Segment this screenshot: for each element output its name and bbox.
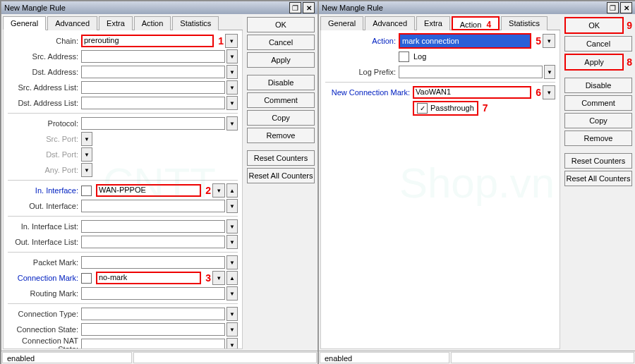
titlebar: New Mangle Rule ❐ ✕ [1, 1, 318, 14]
in-if-list-input[interactable] [81, 220, 225, 233]
disable-button[interactable]: Disable [247, 75, 315, 90]
tab-action[interactable]: Action 4 [452, 16, 500, 30]
tab-general[interactable]: General [3, 16, 46, 30]
label-src-port: Src. Port: [8, 135, 81, 143]
maximize-icon[interactable]: ❐ [607, 2, 619, 13]
callout-2: 2 [202, 185, 211, 196]
label-routing-mark: Routing Mark: [8, 289, 81, 298]
expand-icon[interactable]: ▼ [81, 132, 92, 146]
tab-action[interactable]: Action [134, 16, 171, 30]
ok-button[interactable]: OK [564, 17, 624, 34]
apply-button[interactable]: Apply [564, 54, 624, 71]
cancel-button[interactable]: Cancel [247, 35, 315, 50]
expand-icon[interactable]: ▼ [226, 338, 238, 349]
close-icon[interactable]: ✕ [303, 2, 315, 13]
connection-mark-input[interactable]: no-mark [96, 272, 201, 284]
label-out-if-list: Out. Interface List: [8, 238, 81, 246]
dst-addr-list-input[interactable] [81, 97, 225, 109]
maximize-icon[interactable]: ❐ [289, 2, 301, 13]
expand-icon[interactable]: ▼ [226, 219, 238, 233]
ok-button[interactable]: OK [247, 17, 315, 32]
con-type-input[interactable] [81, 308, 225, 320]
reset-counters-button[interactable]: Reset Counters [564, 153, 632, 169]
collapse-icon[interactable]: ▲ [226, 271, 238, 285]
expand-icon[interactable]: ▼ [81, 147, 92, 162]
expand-icon[interactable]: ▼ [226, 307, 238, 321]
dropdown-icon[interactable]: ▾ [543, 85, 555, 99]
chain-dropdown-icon[interactable]: ▾ [225, 34, 238, 48]
log-checkbox[interactable] [399, 51, 409, 62]
comment-button[interactable]: Comment [564, 95, 632, 111]
label-log-prefix: Log Prefix: [325, 68, 399, 76]
expand-icon[interactable]: ▼ [226, 286, 238, 301]
dst-addr-input[interactable] [81, 66, 225, 78]
dropdown-icon[interactable]: ▾ [543, 34, 555, 48]
expand-icon[interactable]: ▼ [226, 255, 238, 269]
expand-icon[interactable]: ▼ [226, 116, 238, 131]
status-text: enabled [320, 352, 449, 363]
copy-button[interactable]: Copy [247, 110, 315, 126]
callout-6: 6 [533, 87, 541, 98]
out-if-list-input[interactable] [81, 236, 225, 248]
statusbar: enabled [319, 351, 635, 364]
label-out-interface: Out. Interface: [8, 202, 81, 210]
label-in-interface: In. Interface: [8, 186, 81, 195]
expand-icon[interactable]: ▼ [81, 163, 92, 177]
log-prefix-input[interactable] [399, 66, 543, 78]
expand-icon[interactable]: ▼ [226, 96, 238, 110]
con-state-input[interactable] [81, 323, 225, 336]
label-con-type: Connection Type: [8, 310, 81, 318]
out-if-input[interactable] [81, 200, 225, 212]
tab-general[interactable]: General [320, 16, 363, 30]
action-select[interactable]: mark connection [399, 33, 531, 49]
reset-all-counters-button[interactable]: Reset All Counters [564, 171, 632, 186]
in-if-input[interactable]: WAN-PPPOE [96, 184, 201, 197]
expand-icon[interactable]: ▼ [226, 65, 238, 79]
label-action: Action: [325, 37, 399, 45]
expand-icon[interactable]: ▼ [226, 322, 238, 336]
label-packet-mark: Packet Mark: [8, 258, 81, 267]
copy-button[interactable]: Copy [564, 113, 632, 128]
passthrough-text: Passthrough [430, 104, 474, 112]
callout-7: 7 [480, 102, 488, 114]
close-icon[interactable]: ✕ [620, 2, 632, 13]
protocol-input[interactable] [81, 117, 225, 130]
callout-4: 4 [483, 20, 491, 30]
src-addr-input[interactable] [81, 50, 225, 63]
new-connection-mark-input[interactable]: VaoWAN1 [413, 86, 531, 99]
in-if-invert-check[interactable] [81, 186, 92, 196]
reset-all-counters-button[interactable]: Reset All Counters [247, 168, 315, 183]
tab-advanced[interactable]: Advanced [47, 16, 97, 30]
label-protocol: Protocol: [8, 119, 81, 128]
collapse-icon[interactable]: ▲ [226, 183, 238, 198]
tab-advanced[interactable]: Advanced [365, 16, 415, 30]
chain-input[interactable]: prerouting [81, 35, 214, 47]
tab-statistics[interactable]: Statistics [172, 16, 219, 30]
cancel-button[interactable]: Cancel [564, 36, 632, 51]
callout-3: 3 [202, 272, 211, 284]
routing-mark-input[interactable] [81, 287, 225, 300]
conmark-invert-check[interactable] [81, 273, 92, 284]
apply-button[interactable]: Apply [247, 52, 315, 68]
passthrough-checkbox[interactable]: ✓ [417, 103, 428, 114]
con-nat-input[interactable] [81, 339, 225, 349]
tab-extra[interactable]: Extra [416, 16, 450, 30]
reset-counters-button[interactable]: Reset Counters [247, 150, 315, 166]
expand-icon[interactable]: ▼ [226, 235, 238, 249]
expand-icon[interactable]: ▼ [544, 65, 555, 79]
remove-button[interactable]: Remove [564, 131, 632, 146]
label-connection-mark: Connection Mark: [8, 274, 81, 282]
expand-icon[interactable]: ▼ [226, 49, 238, 63]
expand-icon[interactable]: ▼ [226, 199, 238, 213]
comment-button[interactable]: Comment [247, 92, 315, 108]
src-addr-list-input[interactable] [81, 81, 225, 94]
dropdown-icon[interactable]: ▾ [212, 271, 225, 285]
disable-button[interactable]: Disable [564, 78, 632, 93]
dropdown-icon[interactable]: ▾ [212, 183, 225, 198]
tab-extra[interactable]: Extra [99, 16, 133, 30]
packet-mark-input[interactable] [81, 256, 225, 269]
remove-button[interactable]: Remove [247, 128, 315, 143]
tab-statistics[interactable]: Statistics [501, 16, 548, 30]
callout-5: 5 [533, 35, 541, 47]
expand-icon[interactable]: ▼ [226, 80, 238, 95]
